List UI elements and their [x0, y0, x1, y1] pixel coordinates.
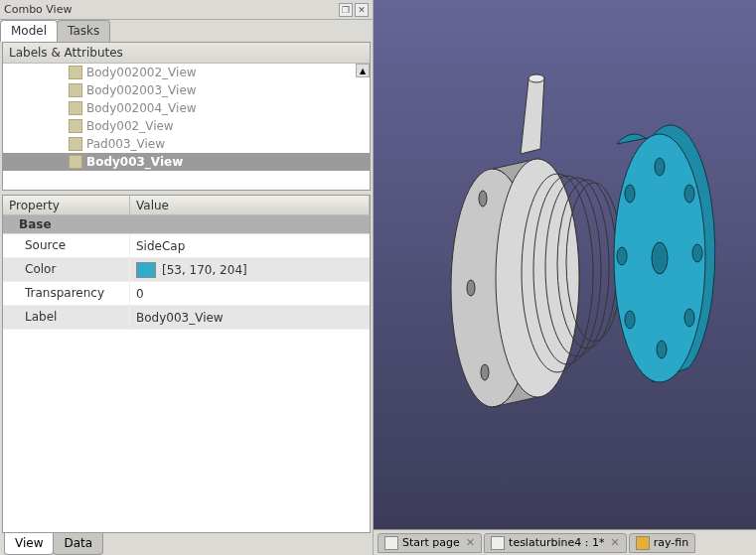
property-header-value: Value [130, 196, 370, 215]
svg-point-18 [479, 191, 487, 207]
node-icon [69, 66, 82, 79]
tree-item[interactable]: Body002002_View [3, 64, 370, 81]
svg-point-7 [529, 74, 544, 82]
tab-data[interactable]: Data [53, 533, 103, 555]
close-icon[interactable]: ✕ [466, 536, 475, 549]
property-value: [53, 170, 204] [130, 258, 370, 281]
viewport-area: Start page ✕ teslaturbine4 : 1* ✕ ray-fi… [374, 0, 756, 555]
tree-header: Labels & Attributes [3, 43, 370, 64]
3d-viewport[interactable] [374, 0, 756, 529]
tab-view[interactable]: View [4, 533, 54, 555]
property-row-source[interactable]: Source SideCap [3, 234, 370, 258]
property-key: Transparency [3, 282, 130, 305]
3d-model-render [374, 0, 756, 529]
undock-icon[interactable]: ❐ [339, 3, 353, 17]
doc-tab-rayfin[interactable]: ray-fin [629, 533, 695, 553]
close-icon[interactable]: ✕ [355, 3, 369, 17]
svg-point-19 [467, 280, 475, 296]
tree-item-label: Body003_View [86, 155, 183, 169]
property-header-key: Property [3, 196, 130, 215]
color-swatch[interactable] [136, 262, 156, 278]
property-row-color[interactable]: Color [53, 170, 204] [3, 258, 370, 282]
property-section-base: Base [3, 215, 370, 234]
property-row-transparency[interactable]: Transparency 0 [3, 282, 370, 306]
panel-tabs: Model Tasks [0, 20, 373, 42]
property-key: Source [3, 234, 130, 257]
freecad-icon [384, 536, 398, 550]
property-header: Property Value [3, 196, 370, 215]
doc-tab-label: ray-fin [654, 536, 688, 549]
svg-point-16 [617, 247, 627, 265]
svg-point-17 [625, 185, 635, 203]
tree-body[interactable]: ▲ Body002002_View Body002003_View Body00… [3, 64, 370, 190]
document-tabs: Start page ✕ teslaturbine4 : 1* ✕ ray-fi… [374, 529, 756, 555]
svg-point-20 [481, 364, 489, 380]
doc-tab-label: teslaturbine4 : 1* [509, 536, 604, 549]
panel-title: Combo View [4, 3, 337, 16]
combo-view-panel: Combo View ❐ ✕ Model Tasks Labels & Attr… [0, 0, 374, 555]
property-key: Label [3, 306, 130, 329]
property-row-label[interactable]: Label Body003_View [3, 306, 370, 330]
property-key: Color [3, 258, 130, 281]
tree-item-label: Body002_View [86, 119, 174, 133]
tree-item[interactable]: Pad003_View [3, 135, 370, 153]
raytrace-icon [636, 536, 650, 550]
tree-item-label: Pad003_View [86, 137, 165, 151]
node-icon [69, 155, 82, 169]
property-value: 0 [130, 282, 370, 305]
panel-header: Combo View ❐ ✕ [0, 0, 373, 20]
tree-item-label: Body002002_View [86, 66, 197, 79]
tree-item[interactable]: Body002003_View [3, 81, 370, 99]
svg-point-12 [692, 244, 702, 262]
property-panel: Property Value Base Source SideCap Color… [2, 195, 371, 533]
tree-item-label: Body002003_View [86, 83, 197, 97]
node-icon [69, 119, 82, 133]
node-icon [69, 83, 82, 97]
tab-tasks[interactable]: Tasks [57, 20, 110, 42]
freecad-icon [491, 536, 505, 550]
svg-point-9 [652, 242, 668, 274]
svg-point-15 [625, 311, 635, 329]
close-icon[interactable]: ✕ [610, 536, 619, 549]
svg-point-10 [655, 158, 665, 176]
doc-tab-label: Start page [402, 536, 460, 549]
tree-panel: Labels & Attributes ▲ Body002002_View Bo… [2, 42, 371, 191]
property-value: SideCap [130, 234, 370, 257]
tab-model[interactable]: Model [0, 20, 58, 42]
tree-item[interactable]: Body002004_View [3, 99, 370, 117]
scroll-up-button[interactable]: ▲ [356, 64, 370, 77]
property-value: Body003_View [130, 306, 370, 329]
tree-item-label: Body002004_View [86, 101, 197, 115]
svg-point-13 [684, 309, 694, 327]
svg-point-11 [684, 185, 694, 203]
doc-tab-teslaturbine[interactable]: teslaturbine4 : 1* ✕ [484, 533, 627, 553]
doc-tab-start-page[interactable]: Start page ✕ [378, 533, 482, 553]
tree-item[interactable]: Body002_View [3, 117, 370, 135]
svg-point-14 [657, 341, 667, 358]
tree-item-selected[interactable]: Body003_View [3, 153, 370, 171]
node-icon [69, 137, 82, 151]
property-bottom-tabs: View Data [0, 533, 373, 555]
color-value-text: [53, 170, 204] [162, 263, 247, 277]
node-icon [69, 101, 82, 115]
